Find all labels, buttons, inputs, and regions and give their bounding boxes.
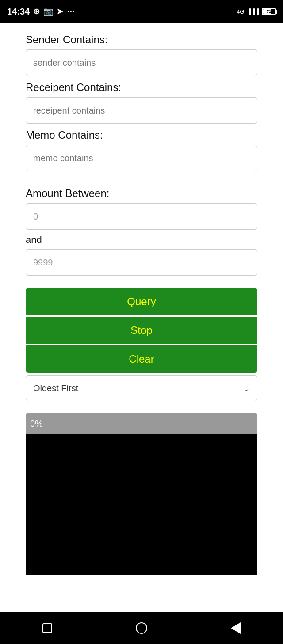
circle-icon xyxy=(136,622,147,634)
location-icon: ➤ xyxy=(57,7,63,16)
recipient-input[interactable] xyxy=(26,97,257,124)
recent-apps-button[interactable] xyxy=(37,617,58,639)
status-bar-right: 4G ▐▐▐ 71 xyxy=(237,8,276,15)
memo-label: Memo Contains: xyxy=(26,129,257,141)
sender-input[interactable] xyxy=(26,49,257,76)
recipient-label: Receipent Contains: xyxy=(26,81,257,94)
progress-section: 0% xyxy=(26,413,257,575)
main-content: Sender Contains: Receipent Contains: Mem… xyxy=(0,23,283,612)
camera-icon: 📷 xyxy=(43,7,53,16)
bottom-nav xyxy=(0,612,283,644)
memo-input[interactable] xyxy=(26,145,257,171)
amount-label: Amount Between: xyxy=(26,187,257,200)
triangle-icon xyxy=(231,622,241,634)
square-icon xyxy=(42,623,52,633)
network-label: 4G xyxy=(237,8,244,15)
query-button[interactable]: Query xyxy=(26,288,257,315)
amount-section: Amount Between: and xyxy=(26,187,257,276)
status-time: 14:34 xyxy=(7,7,30,17)
whatsapp-icon: ⊛ xyxy=(33,7,40,16)
progress-bar-container: 0% xyxy=(26,413,257,434)
clear-button[interactable]: Clear xyxy=(26,345,257,373)
buttons-section: Query Stop Clear xyxy=(26,288,257,373)
and-label: and xyxy=(26,234,257,246)
signal-icon: ▐▐▐ xyxy=(247,8,259,15)
status-bar-left: 14:34 ⊛ 📷 ➤ ⋯ xyxy=(7,7,75,17)
sender-label: Sender Contains: xyxy=(26,34,257,46)
home-button[interactable] xyxy=(131,617,152,639)
sort-dropdown-wrapper: Oldest First Newest First Amount Ascendi… xyxy=(26,375,257,401)
back-button[interactable] xyxy=(225,617,246,639)
amount-max-input[interactable] xyxy=(26,249,257,276)
more-icon: ⋯ xyxy=(67,7,75,16)
amount-min-input[interactable] xyxy=(26,203,257,230)
status-bar: 14:34 ⊛ 📷 ➤ ⋯ 4G ▐▐▐ 71 xyxy=(0,0,283,23)
sender-field-group: Sender Contains: xyxy=(26,34,257,76)
results-area xyxy=(26,434,257,575)
recipient-field-group: Receipent Contains: xyxy=(26,81,257,124)
sort-select[interactable]: Oldest First Newest First Amount Ascendi… xyxy=(26,375,257,401)
battery-icon: 71 xyxy=(262,8,276,15)
memo-field-group: Memo Contains: xyxy=(26,129,257,171)
progress-text: 0% xyxy=(30,419,43,429)
stop-button[interactable]: Stop xyxy=(26,317,257,344)
